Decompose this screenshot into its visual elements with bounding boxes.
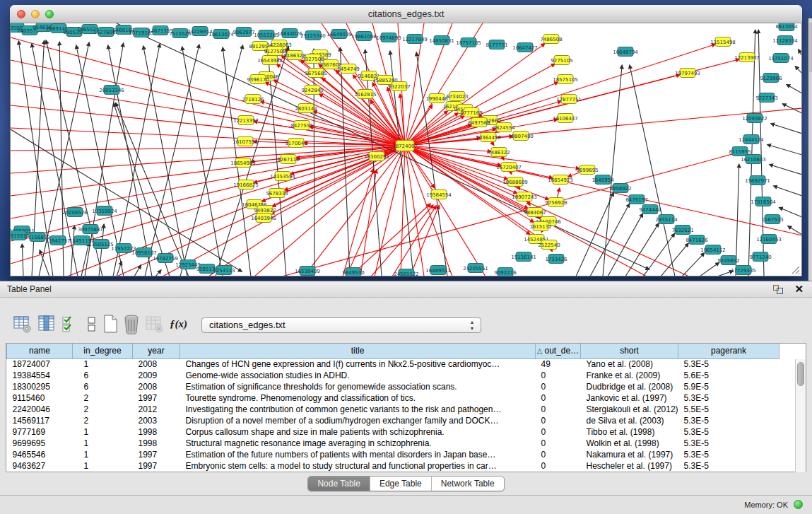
network-canvas[interactable]: 1605069424055724954630120691406890535410… — [10, 23, 802, 276]
table-cell[interactable]: 49 — [536, 358, 581, 370]
table-cell[interactable]: Nakamura et al. (1997) — [581, 449, 678, 460]
table-cell[interactable]: 14569117 — [7, 415, 73, 426]
table-cell[interactable]: de Silva et al. (2003) — [581, 415, 678, 426]
table-selector-dropdown[interactable]: citations_edges.txt ▲▼ — [201, 317, 481, 333]
table-row[interactable]: 946362711997Embryonic stem cells: a mode… — [7, 460, 779, 472]
table-cell[interactable]: Genome-wide association studies in ADHD. — [180, 370, 536, 381]
table-cell[interactable]: Structural magnetic resonance image aver… — [180, 438, 536, 449]
table-cell[interactable]: Hescheler et al. (1997) — [581, 460, 678, 472]
tab-network-table[interactable]: Network Table — [432, 477, 504, 491]
column-header-title[interactable]: title — [180, 344, 536, 358]
column-header-year[interactable]: year — [133, 344, 180, 358]
table-cell[interactable]: 9777169 — [7, 426, 73, 438]
table-cell[interactable]: Changes of HCN gene expression and I(f) … — [180, 358, 536, 370]
table-cell[interactable]: 9463627 — [7, 460, 73, 472]
table-cell[interactable]: 5.3E-5 — [678, 438, 779, 449]
table-cell[interactable]: Corpus callosum shape and size in male p… — [180, 426, 536, 438]
table-cell[interactable]: 1 — [73, 426, 133, 438]
table-row[interactable]: 911546021997Tourette syndrome. Phenomeno… — [7, 392, 779, 404]
table-cell[interactable]: Investigating the contribution of common… — [180, 404, 536, 415]
table-cell[interactable]: 2012 — [133, 404, 180, 415]
table-row[interactable]: 1830029562008Estimation of significance … — [7, 381, 779, 392]
table-row[interactable]: 2242004622012Investigating the contribut… — [7, 404, 779, 415]
table-row[interactable]: 946554611997Estimation of the future num… — [7, 449, 779, 460]
table-cell[interactable]: 0 — [536, 392, 581, 404]
column-chooser-icon[interactable] — [37, 313, 57, 334]
table-cell[interactable]: 0 — [536, 438, 581, 449]
table-cell[interactable]: 19384554 — [7, 370, 73, 381]
table-cell[interactable]: 2 — [73, 415, 133, 426]
window-resize-grip[interactable] — [790, 264, 800, 274]
table-cell[interactable]: 1 — [73, 460, 133, 472]
table-cell[interactable]: Estimation of the future numbers of pati… — [180, 449, 536, 460]
table-cell[interactable]: 1998 — [133, 426, 180, 438]
table-cell[interactable]: 5.5E-5 — [678, 404, 779, 415]
tab-edge-table[interactable]: Edge Table — [370, 477, 432, 491]
table-cell[interactable]: 1997 — [133, 392, 180, 404]
table-row[interactable]: 1938455462009Genome-wide association stu… — [7, 370, 779, 381]
table-cell[interactable]: 6 — [73, 370, 133, 381]
table-cell[interactable]: 2 — [73, 392, 133, 404]
table-cell[interactable]: Franke et al. (2009) — [581, 370, 678, 381]
table-cell[interactable]: 2003 — [133, 415, 180, 426]
table-cell[interactable]: 1997 — [133, 449, 180, 460]
table-cell[interactable]: Estimation of significance thresholds fo… — [180, 381, 536, 392]
table-cell[interactable]: 0 — [536, 381, 581, 392]
float-panel-icon[interactable] — [773, 285, 784, 295]
table-cell[interactable]: 2 — [73, 404, 133, 415]
table-cell[interactable]: 18724007 — [7, 358, 73, 370]
table-cell[interactable]: Disruption of a novel member of a sodium… — [180, 415, 536, 426]
table-cell[interactable]: Tibbo et al. (1998) — [581, 426, 678, 438]
delete-table-icon[interactable] — [122, 313, 141, 334]
network-graph[interactable]: 1605069424055724954630120691406890535410… — [11, 23, 802, 276]
column-header-name[interactable]: name — [7, 344, 73, 358]
table-cell[interactable]: 0 — [536, 449, 581, 460]
table-cell[interactable]: 0 — [536, 404, 581, 415]
table-row[interactable]: 1456911722003Disruption of a novel membe… — [7, 415, 779, 426]
table-scrollbar-thumb[interactable] — [797, 362, 804, 386]
column-header-short[interactable]: short — [581, 344, 678, 358]
table-row[interactable]: 977716911998Corpus callosum shape and si… — [7, 426, 779, 438]
table-cell[interactable]: Stergiakouli et al. (2012) — [581, 404, 678, 415]
table-cell[interactable]: 0 — [536, 460, 581, 472]
table-cell[interactable]: 9699695 — [7, 438, 73, 449]
new-table-icon[interactable] — [100, 313, 120, 334]
table-cell[interactable]: 5.9E-5 — [678, 381, 779, 392]
column-header-pagerank[interactable]: pagerank — [678, 344, 779, 358]
table-cell[interactable]: 0 — [536, 426, 581, 438]
table-cell[interactable]: 0 — [536, 415, 581, 426]
table-cell[interactable]: 1 — [73, 438, 133, 449]
function-builder-icon[interactable]: ƒ(x) — [170, 313, 189, 334]
table-cell[interactable]: Dudbridge et al. (2008) — [581, 381, 678, 392]
table-cell[interactable]: 2008 — [133, 381, 180, 392]
table-row[interactable]: 1872400712008Changes of HCN gene express… — [7, 358, 779, 370]
table-scrollbar[interactable] — [795, 359, 806, 472]
table-row[interactable]: 969969511998Structural magnetic resonanc… — [7, 438, 779, 449]
table-cell[interactable]: Embryonic stem cells: a model to study s… — [180, 460, 536, 472]
tab-node-table[interactable]: Node Table — [308, 477, 370, 491]
table-cell[interactable]: Wolkin et al. (1998) — [581, 438, 678, 449]
row-height-icon[interactable] — [82, 313, 102, 334]
table-cell[interactable]: 6 — [73, 381, 133, 392]
table-cell[interactable]: 0 — [536, 370, 581, 381]
background-window-sliver[interactable] — [808, 18, 812, 281]
table-cell[interactable]: 5.3E-5 — [678, 358, 779, 370]
table-cell[interactable]: 5.6E-5 — [678, 370, 779, 381]
table-cell[interactable]: 5.3E-5 — [678, 426, 779, 438]
table-cell[interactable]: 1 — [73, 449, 133, 460]
table-cell[interactable]: 1997 — [133, 460, 180, 472]
table-cell[interactable]: 2009 — [133, 370, 180, 381]
table-cell[interactable]: 2008 — [133, 358, 180, 370]
select-rows-icon[interactable] — [61, 313, 81, 334]
table-cell[interactable]: 5.3E-5 — [678, 415, 779, 426]
column-header-out_de[interactable]: △out_de… — [536, 344, 581, 358]
network-window-titlebar[interactable]: citations_edges.txt — [10, 5, 802, 23]
column-header-in_degree[interactable]: in_degree — [73, 344, 133, 358]
table-cell[interactable]: Yano et al. (2008) — [581, 358, 678, 370]
table-cell[interactable]: 9465546 — [7, 449, 73, 460]
table-cell[interactable]: 5.3E-5 — [678, 392, 779, 404]
table-cell[interactable]: Jankovic et al. (1997) — [581, 392, 678, 404]
table-cell[interactable]: 1998 — [133, 438, 180, 449]
table-cell[interactable]: 5.3E-5 — [678, 460, 779, 472]
close-panel-icon[interactable]: ✕ — [794, 283, 804, 296]
